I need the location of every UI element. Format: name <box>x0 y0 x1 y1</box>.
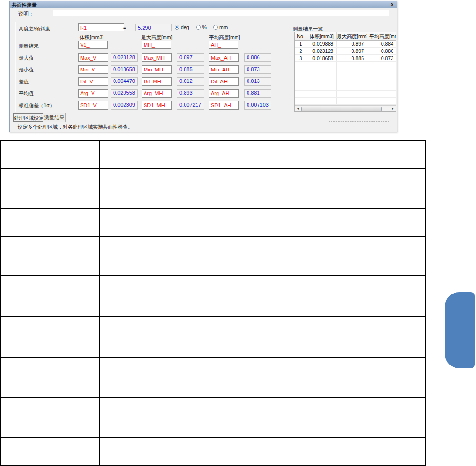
table-cell <box>307 83 337 90</box>
unit-radio-deg[interactable]: deg <box>175 24 189 30</box>
document-table-cell <box>1 397 100 438</box>
document-table-cell <box>100 357 426 397</box>
table-cell <box>307 76 337 83</box>
unit-radio-label: % <box>202 24 207 30</box>
table-cell: 0.886 <box>367 48 396 54</box>
variable-name-field[interactable] <box>78 53 108 62</box>
table-cell <box>307 91 337 97</box>
height-diff-value-field: 5.290 <box>135 24 172 31</box>
variable-name-field[interactable] <box>78 89 108 98</box>
document-table-cell <box>100 397 426 438</box>
scroll-right-icon[interactable]: ► <box>390 106 396 111</box>
table-row[interactable] <box>295 98 396 105</box>
table-cell <box>367 83 396 90</box>
document-table-cell <box>100 168 426 208</box>
unit-radio-mm[interactable]: mm <box>213 24 228 30</box>
table-row[interactable]: 10.0198880.8970.884 <box>295 41 396 48</box>
variable-name-field[interactable] <box>209 53 239 62</box>
value-field: 0.897 <box>177 53 204 62</box>
table-cell: 0.884 <box>367 41 396 47</box>
table-cell <box>367 91 396 97</box>
variable-name-field[interactable] <box>209 77 239 86</box>
results-table: No.体积[mm3]最大高度[mm]平均高度[mm] 10.0198880.89… <box>294 32 396 112</box>
tab-measurement-result[interactable]: 测量结果 <box>43 113 66 122</box>
variable-name-field[interactable] <box>78 101 108 110</box>
value-field: 0.004470 <box>111 77 138 86</box>
variable-name-field[interactable] <box>142 65 172 74</box>
document-table-cell <box>100 236 426 276</box>
variable-name-field[interactable] <box>209 89 239 98</box>
variable-name-field[interactable] <box>209 65 239 74</box>
document-table-cell <box>100 276 426 317</box>
table-row[interactable] <box>295 83 396 91</box>
table-row[interactable] <box>295 91 396 98</box>
results-column-header: No. <box>295 32 307 40</box>
value-field: 0.007217 <box>177 101 204 110</box>
height-diff-name-field[interactable] <box>78 23 124 31</box>
table-cell <box>337 62 367 69</box>
groupbox-edge <box>15 22 16 112</box>
description-input[interactable] <box>53 10 389 16</box>
table-row <box>1 357 426 397</box>
dialog-titlebar[interactable]: 共面性测量 x <box>10 1 397 8</box>
variable-name-field[interactable] <box>78 65 108 74</box>
results-table-title: 测量结果一览 <box>293 26 323 32</box>
variable-name-field[interactable] <box>209 101 239 110</box>
table-row[interactable]: 20.0231280.8970.886 <box>295 48 396 55</box>
result-name-field-maxheight[interactable] <box>142 41 171 49</box>
document-table-cell <box>1 208 100 236</box>
table-cell <box>337 98 367 104</box>
table-cell <box>295 69 307 76</box>
tab-processing-area[interactable]: 处理区域设定 <box>13 113 43 122</box>
table-cell <box>337 69 367 76</box>
value-field: 0.885 <box>177 65 204 74</box>
table-row[interactable] <box>295 62 396 69</box>
radio-icon <box>196 25 201 30</box>
variable-name-field[interactable] <box>142 77 172 86</box>
radio-icon <box>213 25 218 30</box>
variable-name-field[interactable] <box>142 53 172 62</box>
result-name-field-volume[interactable] <box>78 41 108 49</box>
table-cell <box>367 76 396 83</box>
table-row <box>1 317 426 357</box>
table-cell <box>295 91 307 97</box>
document-table-cell <box>1 140 100 168</box>
variable-name-field[interactable] <box>142 101 172 110</box>
variable-name-field[interactable] <box>142 89 172 98</box>
document-table-cell <box>1 236 100 276</box>
table-cell: 0.897 <box>337 41 367 47</box>
document-table-cell <box>1 438 100 465</box>
document-table-cell <box>100 140 426 168</box>
table-cell: 0.897 <box>337 48 367 54</box>
table-cell <box>307 98 337 104</box>
results-table-header: No.体积[mm3]最大高度[mm]平均高度[mm] <box>295 32 396 41</box>
table-row[interactable]: 30.0186580.8850.873 <box>295 55 396 62</box>
value-field: 0.873 <box>244 65 271 74</box>
scroll-left-icon[interactable]: ◄ <box>295 106 301 111</box>
table-row[interactable] <box>295 69 396 76</box>
document-table-cell <box>1 276 100 317</box>
stat-row-label: 标准偏差（1σ） <box>19 102 54 109</box>
stat-row-label: 差值 <box>19 79 29 85</box>
stat-row-label: 最大值 <box>19 55 34 61</box>
page-edge-tab <box>445 292 475 368</box>
result-name-field-avgheight[interactable] <box>209 41 238 49</box>
document-table-cell <box>100 208 426 236</box>
value-field: 0.002309 <box>111 101 138 110</box>
horizontal-scrollbar[interactable]: ◄ ► <box>295 105 396 111</box>
table-row[interactable] <box>295 76 396 83</box>
value-field: 0.012 <box>177 77 204 86</box>
status-text: 设定多个处理区域，对各处理区域实施共面性检查。 <box>18 124 133 131</box>
stat-row-label: 平均值 <box>19 91 34 97</box>
table-cell <box>295 98 307 104</box>
unit-radio-%[interactable]: % <box>196 24 207 30</box>
table-row <box>1 438 426 465</box>
table-cell: 0.019888 <box>307 41 337 47</box>
close-icon[interactable]: x <box>389 1 395 8</box>
scrollbar-thumb[interactable] <box>301 107 382 111</box>
table-cell <box>337 76 367 83</box>
unit-radio-label: deg <box>181 24 189 30</box>
document-table-cell <box>1 357 100 397</box>
variable-name-field[interactable] <box>78 77 108 86</box>
stat-row-label: 最小值 <box>19 67 34 73</box>
